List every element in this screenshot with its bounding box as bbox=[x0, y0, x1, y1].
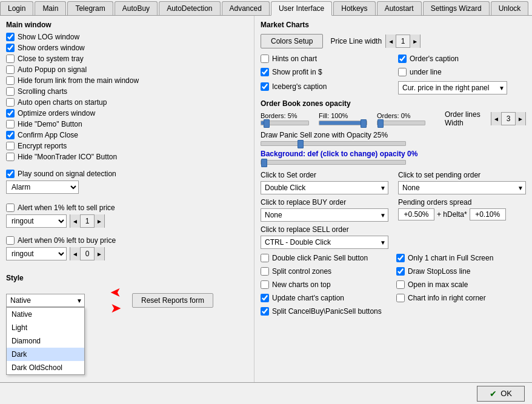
checkbox-show_log[interactable] bbox=[6, 33, 15, 41]
icebergs-select[interactable]: Cur. price in the right panel bbox=[398, 81, 507, 94]
alarm-select[interactable]: Alarm bbox=[6, 180, 79, 194]
order-lines-decrement[interactable]: ◄ bbox=[491, 112, 501, 125]
bottom-checkbox-open_max_scale[interactable] bbox=[396, 280, 405, 289]
tab-unlock[interactable]: Unlock bbox=[491, 1, 529, 15]
alert-0pct-decrement[interactable]: ◄ bbox=[70, 247, 80, 260]
fill-label: Fill: 100% bbox=[319, 112, 367, 119]
order-lines-increment[interactable]: ► bbox=[516, 112, 525, 125]
panic-slider-thumb[interactable] bbox=[298, 140, 304, 148]
icebergs-caption-checkbox[interactable] bbox=[261, 82, 269, 91]
style-dropdown-menu: Native Light Diamond Dark Dark OldSchool bbox=[6, 307, 85, 375]
checkbox-close_tray[interactable] bbox=[6, 55, 15, 63]
bottom-checkbox-chart_info_corner[interactable] bbox=[396, 294, 405, 302]
price-line-increment[interactable]: ► bbox=[410, 35, 420, 48]
hints-chart-checkbox[interactable] bbox=[261, 55, 269, 63]
price-line-label: Price Line width bbox=[330, 37, 382, 45]
checkbox-confirm_close[interactable] bbox=[6, 131, 15, 139]
click-set-order-label: Click to Set order bbox=[261, 171, 388, 179]
alert-0pct-increment[interactable]: ► bbox=[95, 247, 104, 260]
tab-hotkeys[interactable]: Hotkeys bbox=[333, 1, 375, 15]
alert-0pct-value: 0 bbox=[80, 247, 95, 260]
bottom-checkbox-split_control[interactable] bbox=[261, 267, 269, 276]
price-line-decrement[interactable]: ◄ bbox=[386, 35, 396, 48]
style-title: Style bbox=[6, 274, 248, 282]
tab-login[interactable]: Login bbox=[0, 1, 33, 15]
tab-autostart[interactable]: Autostart bbox=[377, 1, 422, 15]
alert-1pct-increment[interactable]: ► bbox=[95, 214, 104, 228]
bottom-checkbox-update_caption[interactable] bbox=[261, 294, 269, 302]
price-line-row: Price Line width ◄ 1 ► bbox=[330, 35, 421, 48]
orders-caption-checkbox[interactable] bbox=[398, 55, 407, 63]
bottom-checkbox-row-update_caption: Update chart's caption bbox=[261, 294, 390, 302]
dropdown-item-light[interactable]: Light bbox=[7, 321, 84, 334]
alert-1pct-select[interactable]: ringout bbox=[6, 214, 67, 228]
alert-1pct-decrement[interactable]: ◄ bbox=[70, 214, 80, 228]
fill-slider-thumb[interactable] bbox=[361, 119, 367, 128]
bottom-checkbox-draw_stoploss[interactable] bbox=[396, 267, 405, 276]
tab-main[interactable]: Main bbox=[35, 1, 66, 15]
label-hide_demo: Hide "Demo" Button bbox=[18, 120, 82, 128]
fill-slider-track[interactable] bbox=[319, 121, 367, 125]
alert-0pct-checkbox[interactable] bbox=[6, 236, 15, 245]
spread-val1-input[interactable] bbox=[398, 208, 434, 220]
ok-check-icon: ✔ bbox=[490, 389, 497, 399]
borders-slider-thumb[interactable] bbox=[264, 119, 270, 128]
tab-settingswizard[interactable]: Settings Wizard bbox=[423, 1, 490, 15]
bottom-checkbox-split_cancelbuy[interactable] bbox=[261, 307, 269, 316]
spread-val2-input[interactable] bbox=[470, 208, 506, 220]
borders-slider-group: Borders: 5% bbox=[261, 112, 309, 125]
checkbox-optimize_orders[interactable] bbox=[6, 109, 15, 118]
checkbox-auto_popup[interactable] bbox=[6, 65, 15, 74]
dropdown-item-native[interactable]: Native bbox=[7, 308, 84, 321]
checkbox-hide_demo[interactable] bbox=[6, 120, 15, 128]
alert-0pct-controls: ringout ◄ 0 ► bbox=[6, 247, 248, 260]
under-line-label: under line bbox=[410, 68, 442, 76]
bottom-label-only1chart: Only 1 chart in Full Screen bbox=[408, 254, 493, 262]
price-line-value: 1 bbox=[396, 35, 410, 48]
orders-caption-row: Order's caption bbox=[398, 55, 526, 63]
tab-advanced[interactable]: Advanced bbox=[222, 1, 270, 15]
background-slider-thumb[interactable] bbox=[261, 159, 267, 167]
tab-autobuy[interactable]: AutoBuy bbox=[115, 1, 158, 15]
click-pending-select[interactable]: None bbox=[398, 181, 526, 194]
bottom-checkbox-row-open_max_scale: Open in max scale bbox=[396, 280, 526, 289]
reset-reports-button[interactable]: Reset Reports form bbox=[132, 293, 213, 308]
alert-0pct-select[interactable]: ringout bbox=[6, 247, 67, 260]
bottom-label-dbl_panic: Double click Panic Sell button bbox=[272, 254, 368, 262]
borders-slider-track[interactable] bbox=[261, 121, 309, 125]
checkbox-encrypt_reports[interactable] bbox=[6, 142, 15, 150]
background-label[interactable]: Background: def (click to change) opacit… bbox=[261, 150, 526, 158]
style-select[interactable]: Native bbox=[6, 294, 85, 307]
colors-setup-button[interactable]: Colors Setup bbox=[261, 34, 323, 48]
background-slider-track[interactable] bbox=[261, 160, 406, 165]
orders-slider-thumb[interactable] bbox=[377, 119, 384, 128]
click-replace-sell-select[interactable]: CTRL - Double Click bbox=[261, 236, 388, 249]
checkbox-hide_moontrader[interactable] bbox=[6, 153, 15, 161]
bottom-checkbox-dbl_panic[interactable] bbox=[261, 254, 269, 262]
checkbox-show_orders[interactable] bbox=[6, 44, 15, 52]
tab-userinterface[interactable]: User Interface bbox=[271, 1, 332, 16]
dropdown-item-diamond[interactable]: Diamond bbox=[7, 334, 84, 348]
click-set-order-select[interactable]: Double Click bbox=[261, 181, 388, 194]
dropdown-item-dark[interactable]: Dark bbox=[7, 348, 84, 361]
tab-autodetection[interactable]: AutoDetection bbox=[159, 1, 220, 15]
orders-slider-group: Orders: 0% bbox=[377, 112, 425, 125]
click-replace-buy-select[interactable]: None bbox=[261, 208, 388, 222]
checkbox-scrolling[interactable] bbox=[6, 87, 15, 96]
ok-button[interactable]: ✔ OK bbox=[477, 386, 525, 402]
alert-1pct-checkbox[interactable] bbox=[6, 204, 15, 212]
checkbox-hide_forum[interactable] bbox=[6, 76, 15, 85]
panic-slider-track[interactable] bbox=[261, 141, 406, 146]
bottom-checkbox-only1chart[interactable] bbox=[396, 254, 405, 262]
under-line-checkbox[interactable] bbox=[398, 68, 407, 76]
tab-telegram[interactable]: Telegram bbox=[67, 1, 113, 15]
bottom-checkbox-new_charts_top[interactable] bbox=[261, 280, 269, 289]
play-sound-checkbox[interactable] bbox=[6, 170, 15, 178]
dropdown-item-darkoldschool[interactable]: Dark OldSchool bbox=[7, 361, 84, 374]
show-profit-checkbox[interactable] bbox=[261, 68, 269, 76]
left-panel: Main window Show LOG windowShow orders w… bbox=[0, 16, 254, 382]
click-set-order-wrap: Double Click ▼ bbox=[261, 181, 388, 194]
checkbox-row-show_log: Show LOG window bbox=[6, 33, 248, 41]
checkbox-auto_open[interactable] bbox=[6, 98, 15, 107]
orders-slider-track[interactable] bbox=[377, 121, 425, 125]
